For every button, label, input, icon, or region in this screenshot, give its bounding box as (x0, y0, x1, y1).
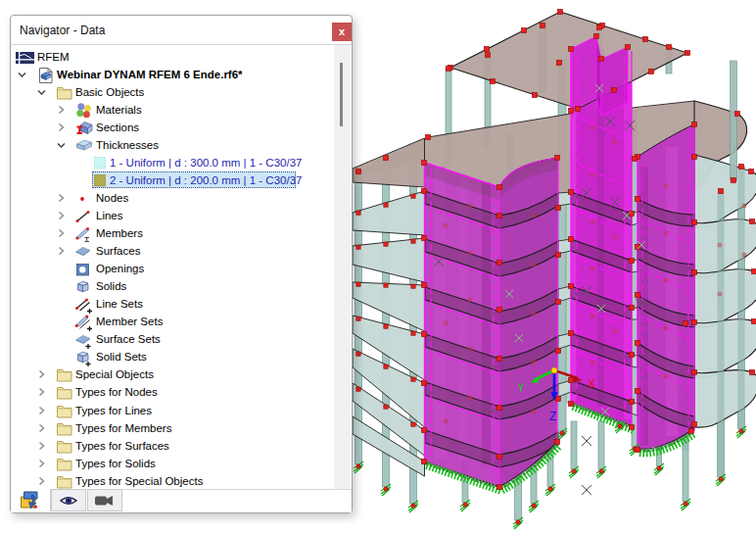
svg-text:Y: Y (517, 381, 525, 395)
svg-text:Z: Z (549, 410, 556, 423)
svg-text:X: X (588, 377, 595, 391)
